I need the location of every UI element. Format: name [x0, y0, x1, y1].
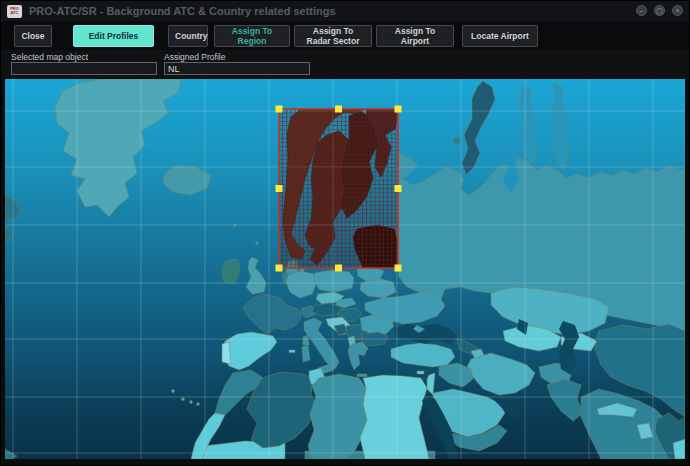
- selection-handle-w[interactable]: [276, 185, 283, 192]
- toolbar: Close Edit Profiles Country Assign To Re…: [1, 21, 689, 50]
- tab-country[interactable]: Country: [168, 25, 208, 47]
- window-maximize-button[interactable]: ▢: [654, 5, 665, 16]
- app-window: PRO ATC PRO-ATC/SR - Background ATC & Co…: [0, 0, 690, 466]
- tab-assign-to-airport[interactable]: Assign To Airport: [376, 25, 454, 47]
- balearic-islands: [289, 350, 295, 353]
- country-poland: [314, 270, 354, 292]
- selection-handle-sw[interactable]: [276, 265, 283, 272]
- region-selection-grid[interactable]: [279, 109, 398, 268]
- shetland: [256, 242, 259, 245]
- tab-assign-to-radar-sector[interactable]: Assign To Radar Sector: [294, 25, 372, 47]
- title-bar: PRO ATC PRO-ATC/SR - Background ATC & Co…: [1, 1, 689, 21]
- country-egypt: [360, 375, 429, 459]
- selected-map-object-input[interactable]: [11, 62, 157, 75]
- canary-2: [190, 401, 193, 404]
- selection-handle-se[interactable]: [395, 265, 402, 272]
- tab-close[interactable]: Close: [14, 25, 52, 47]
- madeira: [172, 390, 175, 393]
- window-controls: – ▢ ×: [636, 5, 683, 16]
- denmark-islands: [300, 269, 304, 272]
- cyprus: [417, 371, 424, 374]
- canary-1: [182, 398, 185, 401]
- selection-handle-nw[interactable]: [276, 106, 283, 113]
- fields-row: Selected map object Assigned Profile: [1, 50, 689, 79]
- tab-edit-profiles[interactable]: Edit Profiles: [73, 25, 154, 47]
- selection-handle-e[interactable]: [395, 185, 402, 192]
- canary-3: [197, 403, 200, 406]
- selected-map-object-label: Selected map object: [11, 52, 88, 62]
- assigned-profile-input[interactable]: [164, 62, 310, 75]
- app-icon-text-2: ATC: [11, 11, 19, 15]
- assigned-profile-label: Assigned Profile: [164, 52, 225, 62]
- crete: [357, 374, 367, 377]
- selection-handle-s[interactable]: [335, 265, 342, 272]
- corsica: [303, 335, 309, 345]
- app-icon: PRO ATC: [7, 5, 22, 18]
- tab-locate-airport[interactable]: Locate Airport: [462, 25, 538, 47]
- selection-handle-ne[interactable]: [395, 106, 402, 113]
- window-close-button[interactable]: ×: [672, 5, 683, 16]
- europe-map[interactable]: [5, 79, 685, 459]
- window-minimize-button[interactable]: –: [636, 5, 647, 16]
- selection-handle-n[interactable]: [335, 106, 342, 113]
- map-svg[interactable]: [5, 79, 685, 459]
- window-title: PRO-ATC/SR - Background ATC & Country re…: [29, 5, 336, 17]
- kolguyev-island: [453, 137, 461, 145]
- tab-assign-to-region[interactable]: Assign To Region: [214, 25, 290, 47]
